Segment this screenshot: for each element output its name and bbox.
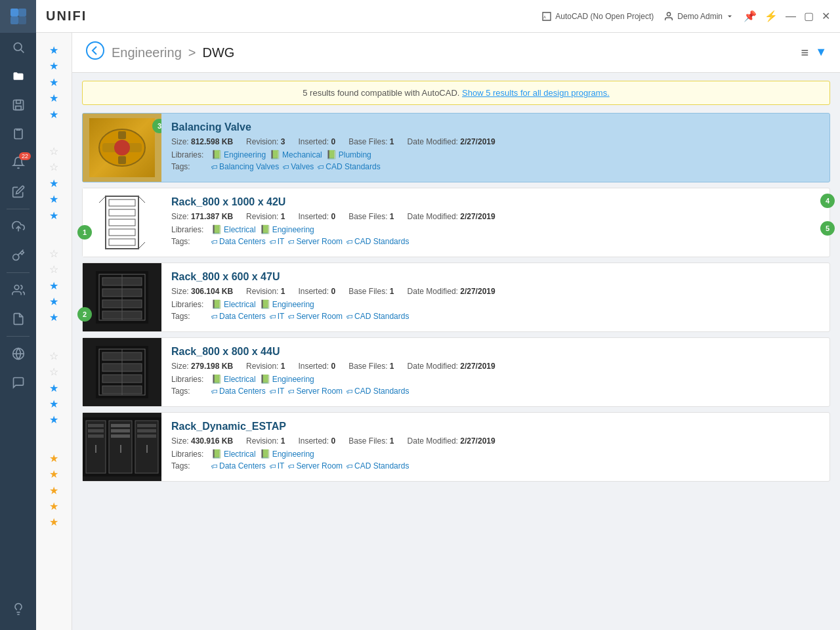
inserted-label-3: Inserted: 0 — [298, 287, 335, 296]
nav-folder[interactable] — [0, 62, 36, 91]
nav-upload[interactable] — [0, 212, 36, 241]
star-5-1[interactable]: ★ — [49, 452, 58, 466]
alert-bar: 5 results found compatible with AutoCAD.… — [82, 81, 830, 105]
top-bar-icons: 📌 ⚡ — ▢ ✕ — [744, 10, 830, 22]
tag-it-5[interactable]: 🏷 IT — [270, 461, 285, 471]
star-2-2[interactable]: ☆ — [49, 160, 58, 175]
tag-valves[interactable]: 🏷 Valves — [283, 162, 314, 171]
lib-electrical-5[interactable]: 📗 Electrical — [211, 449, 256, 459]
breadcrumb-actions: ≡ ▼ — [801, 45, 828, 60]
nav-document[interactable] — [0, 304, 36, 333]
star-4-1[interactable]: ☆ — [49, 349, 58, 364]
tag-it-4[interactable]: 🏷 IT — [270, 387, 285, 396]
lib-plumbing-1[interactable]: 📗 Plumbing — [326, 150, 371, 159]
lib-engineering-4[interactable]: 📗 Engineering — [260, 374, 314, 384]
star-5-2[interactable]: ★ — [49, 467, 58, 482]
tag-it-3[interactable]: 🏷 IT — [270, 312, 285, 321]
star-2-3[interactable]: ★ — [49, 177, 58, 191]
star-1-1[interactable]: ★ — [49, 43, 58, 58]
star-1-4[interactable]: ★ — [49, 91, 58, 106]
tag-serverroom-2[interactable]: 🏷 Server Room — [288, 237, 343, 246]
svg-line-32 — [138, 242, 145, 249]
close-icon[interactable]: ✕ — [822, 10, 830, 22]
result-title-3[interactable]: Rack_800 x 600 x 47U — [171, 271, 820, 283]
app-logo[interactable] — [0, 0, 36, 33]
svg-point-21 — [114, 140, 130, 156]
pin-icon[interactable]: 📌 — [744, 10, 757, 22]
svg-rect-29 — [109, 239, 135, 245]
nav-notifications[interactable]: 22 — [0, 148, 36, 177]
tag-serverroom-5[interactable]: 🏷 Server Room — [288, 461, 343, 471]
tag-datacenters-3[interactable]: 🏷 Data Centers — [211, 312, 266, 321]
lib-electrical-4[interactable]: 📗 Electrical — [211, 374, 256, 384]
nav-clipboard[interactable] — [0, 119, 36, 148]
lib-electrical-3[interactable]: 📗 Electrical — [211, 299, 256, 309]
star-2-1[interactable]: ☆ — [49, 144, 58, 159]
svg-rect-26 — [109, 209, 135, 216]
star-2-5[interactable]: ★ — [49, 209, 58, 223]
tag-datacenters-2[interactable]: 🏷 Data Centers — [211, 237, 266, 246]
star-2-4[interactable]: ★ — [49, 192, 58, 207]
tag-cadstandards-2[interactable]: 🏷 CAD Standards — [346, 237, 409, 246]
nav-users[interactable] — [0, 276, 36, 304]
svg-line-31 — [138, 196, 145, 203]
tag-datacenters-4[interactable]: 🏷 Data Centers — [211, 387, 266, 396]
tag-cadstandards-3[interactable]: 🏷 CAD Standards — [346, 312, 409, 321]
list-view-icon[interactable]: ≡ — [801, 45, 809, 60]
tag-balancing-valves[interactable]: 🏷 Balancing Valves — [211, 162, 279, 171]
result-item-4: Rack_800 x 800 x 44U Size: 279.198 KB Re… — [82, 337, 830, 407]
star-4-3[interactable]: ★ — [49, 381, 58, 396]
filter-funnel-icon[interactable]: ▼ — [815, 45, 827, 60]
result-title-1[interactable]: Balancing Valve — [171, 121, 820, 133]
star-5-4[interactable]: ★ — [49, 499, 58, 514]
result-info-5: Rack_Dynamic_ESTAP Size: 430.916 KB Revi… — [161, 413, 830, 481]
datemod-label-1: Date Modified: 2/27/2019 — [408, 137, 495, 146]
star-4-5[interactable]: ★ — [49, 413, 58, 427]
autocad-label: AutoCAD (No Open Project) — [555, 12, 654, 21]
svg-rect-0 — [10, 9, 18, 16]
tag-cadstandards-4[interactable]: 🏷 CAD Standards — [346, 387, 409, 396]
alert-link[interactable]: Show 5 results for all design programs. — [462, 88, 610, 98]
lib-mechanical-1[interactable]: 📗 Mechanical — [270, 150, 322, 159]
lib-engineering-5[interactable]: 📗 Engineering — [260, 449, 314, 459]
tag-it-2[interactable]: 🏷 IT — [270, 237, 285, 246]
star-3-3[interactable]: ★ — [49, 279, 58, 293]
star-3-2[interactable]: ☆ — [49, 262, 58, 277]
star-4-4[interactable]: ★ — [49, 397, 58, 411]
lib-engineering-2[interactable]: 📗 Engineering — [260, 224, 314, 234]
nav-edit[interactable] — [0, 177, 36, 206]
nav-save[interactable] — [0, 91, 36, 119]
nav-key[interactable] — [0, 241, 36, 270]
star-3-4[interactable]: ★ — [49, 295, 58, 309]
tag-cad-standards-1[interactable]: 🏷 CAD Standards — [318, 162, 380, 171]
svg-rect-7 — [16, 100, 20, 104]
tag-serverroom-4[interactable]: 🏷 Server Room — [288, 387, 343, 396]
minimize-icon[interactable]: — — [786, 10, 796, 22]
star-1-5[interactable]: ★ — [49, 108, 58, 122]
nav-lightbulb[interactable] — [0, 595, 36, 623]
result-title-5[interactable]: Rack_Dynamic_ESTAP — [171, 421, 820, 432]
result-title-2[interactable]: Rack_800 x 1000 x 42U — [171, 196, 820, 208]
star-4-2[interactable]: ☆ — [49, 365, 58, 379]
lib-engineering-3[interactable]: 📗 Engineering — [260, 299, 314, 309]
back-button[interactable] — [85, 41, 105, 64]
maximize-icon[interactable]: ▢ — [804, 10, 814, 22]
nav-search[interactable] — [0, 33, 36, 62]
star-3-1[interactable]: ☆ — [49, 247, 58, 261]
filter-icon[interactable]: ⚡ — [765, 10, 778, 22]
lib-engineering-1[interactable]: 📗 Engineering — [211, 150, 266, 159]
star-1-2[interactable]: ★ — [49, 59, 58, 74]
star-1-3[interactable]: ★ — [49, 75, 58, 90]
nav-chat[interactable] — [0, 368, 36, 397]
item4-stars: ☆ ☆ ★ ★ ★ — [49, 349, 58, 428]
tag-cadstandards-5[interactable]: 🏷 CAD Standards — [346, 461, 409, 471]
star-5-5[interactable]: ★ — [49, 515, 58, 530]
result-meta-3: Size: 306.104 KB Revision: 1 Inserted: 0… — [171, 287, 820, 296]
star-5-3[interactable]: ★ — [49, 484, 58, 498]
tag-serverroom-3[interactable]: 🏷 Server Room — [288, 312, 343, 321]
nav-globe[interactable] — [0, 339, 36, 368]
result-title-4[interactable]: Rack_800 x 800 x 44U — [171, 346, 820, 358]
lib-electrical-2[interactable]: 📗 Electrical — [211, 224, 256, 234]
star-3-5[interactable]: ★ — [49, 310, 58, 325]
tag-datacenters-5[interactable]: 🏷 Data Centers — [211, 461, 266, 471]
